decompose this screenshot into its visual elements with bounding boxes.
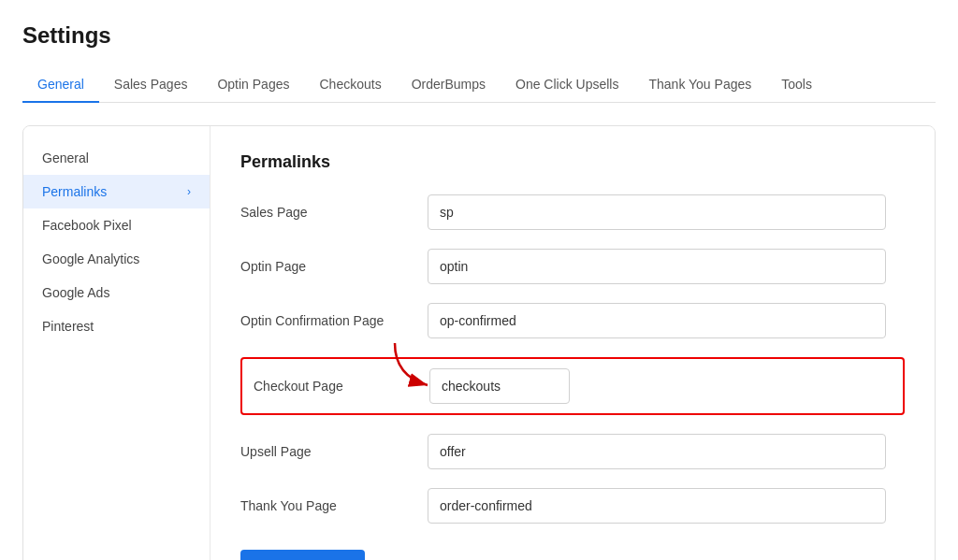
sidebar-item-google-analytics[interactable]: Google Analytics [23, 242, 210, 276]
thank-you-page-label: Thank You Page [240, 498, 428, 513]
upsell-page-label: Upsell Page [240, 444, 428, 459]
sales-page-label: Sales Page [240, 205, 428, 220]
tab-general[interactable]: General [22, 67, 99, 103]
tab-thank-you-pages[interactable]: Thank You Pages [633, 67, 766, 103]
sales-page-row: Sales Page [240, 194, 905, 230]
sidebar: General Permalinks › Facebook Pixel Goog… [23, 126, 210, 560]
upsell-page-row: Upsell Page [240, 434, 905, 469]
tab-sales-pages[interactable]: Sales Pages [99, 67, 203, 103]
sidebar-item-facebook-pixel[interactable]: Facebook Pixel [23, 208, 210, 242]
optin-page-row: Optin Page [240, 249, 905, 284]
sidebar-item-general[interactable]: General [23, 141, 210, 175]
arrow-indicator [385, 338, 451, 393]
tab-orderbumps[interactable]: OrderBumps [397, 67, 501, 103]
tab-checkouts[interactable]: Checkouts [304, 67, 396, 103]
optin-page-label: Optin Page [240, 259, 428, 274]
content-area: General Permalinks › Facebook Pixel Goog… [22, 125, 936, 560]
checkout-page-row: Checkout Page [240, 357, 905, 415]
upsell-page-input[interactable] [428, 434, 886, 469]
top-tabs: General Sales Pages Optin Pages Checkout… [22, 67, 936, 103]
sidebar-item-pinterest[interactable]: Pinterest [23, 309, 210, 343]
optin-confirmation-page-input[interactable] [428, 303, 886, 338]
thank-you-page-input[interactable] [428, 488, 886, 524]
arrow-svg [385, 338, 451, 390]
sidebar-item-label: Google Ads [42, 285, 109, 300]
page-title: Settings [22, 22, 936, 49]
sales-page-input[interactable] [428, 194, 886, 230]
section-title: Permalinks [240, 152, 905, 172]
tab-optin-pages[interactable]: Optin Pages [202, 67, 304, 103]
sidebar-item-label: Permalinks [42, 184, 107, 199]
thank-you-page-row: Thank You Page [240, 488, 905, 524]
tab-one-click-upsells[interactable]: One Click Upsells [501, 67, 633, 103]
sidebar-item-google-ads[interactable]: Google Ads [23, 276, 210, 309]
sidebar-item-label: Facebook Pixel [42, 218, 132, 233]
optin-page-input[interactable] [428, 249, 886, 284]
sidebar-item-label: General [42, 151, 89, 165]
optin-confirmation-page-row: Optin Confirmation Page [240, 303, 905, 338]
optin-confirmation-page-label: Optin Confirmation Page [240, 313, 428, 328]
sidebar-item-label: Pinterest [42, 319, 94, 334]
chevron-right-icon: › [187, 185, 191, 198]
sidebar-item-label: Google Analytics [42, 251, 139, 266]
sidebar-item-permalinks[interactable]: Permalinks › [23, 175, 210, 208]
save-changes-button[interactable]: Save changes [240, 550, 365, 560]
tab-tools[interactable]: Tools [766, 67, 827, 103]
main-content: Permalinks Sales Page Optin Page Optin C… [210, 126, 935, 560]
